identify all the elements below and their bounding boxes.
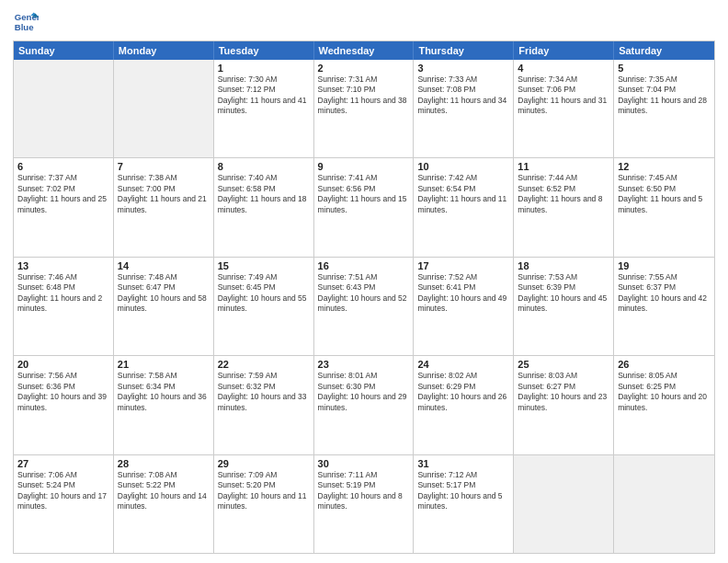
cal-cell: 19Sunrise: 7:55 AM Sunset: 6:37 PM Dayli… — [614, 258, 714, 355]
cell-info: Sunrise: 7:06 AM Sunset: 5:24 PM Dayligh… — [17, 470, 109, 512]
page: General Blue SundayMondayTuesdayWednesda… — [0, 0, 728, 563]
logo-icon: General Blue — [13, 9, 39, 35]
week-row-2: 6Sunrise: 7:37 AM Sunset: 7:02 PM Daylig… — [14, 157, 714, 256]
day-number: 14 — [118, 260, 210, 271]
header-cell-sunday: Sunday — [14, 41, 114, 60]
cell-info: Sunrise: 7:52 AM Sunset: 6:41 PM Dayligh… — [417, 272, 509, 315]
cal-cell: 30Sunrise: 7:11 AM Sunset: 5:19 PM Dayli… — [314, 455, 415, 553]
day-number: 26 — [618, 359, 711, 370]
day-number: 21 — [118, 359, 210, 370]
cal-cell: 15Sunrise: 7:49 AM Sunset: 6:45 PM Dayli… — [214, 258, 314, 355]
day-number: 5 — [618, 63, 711, 74]
day-number: 4 — [518, 63, 609, 74]
day-number: 29 — [218, 458, 310, 469]
cell-info: Sunrise: 7:09 AM Sunset: 5:20 PM Dayligh… — [218, 470, 310, 512]
cal-cell: 27Sunrise: 7:06 AM Sunset: 5:24 PM Dayli… — [14, 455, 114, 553]
day-number: 27 — [17, 458, 109, 469]
cell-info: Sunrise: 7:53 AM Sunset: 6:39 PM Dayligh… — [518, 272, 609, 315]
cal-cell: 28Sunrise: 7:08 AM Sunset: 5:22 PM Dayli… — [114, 455, 214, 553]
cal-cell: 16Sunrise: 7:51 AM Sunset: 6:43 PM Dayli… — [314, 258, 415, 355]
cell-info: Sunrise: 8:02 AM Sunset: 6:29 PM Dayligh… — [417, 371, 509, 413]
day-number: 17 — [417, 260, 509, 271]
cal-cell: 11Sunrise: 7:44 AM Sunset: 6:52 PM Dayli… — [514, 158, 614, 256]
cal-cell: 3Sunrise: 7:33 AM Sunset: 7:08 PM Daylig… — [414, 60, 514, 157]
day-number: 28 — [118, 458, 210, 469]
day-number: 30 — [318, 458, 410, 469]
day-number: 13 — [17, 260, 109, 271]
cal-cell: 5Sunrise: 7:35 AM Sunset: 7:04 PM Daylig… — [614, 60, 714, 157]
cal-cell: 13Sunrise: 7:46 AM Sunset: 6:48 PM Dayli… — [14, 258, 114, 355]
day-number: 23 — [318, 359, 410, 370]
day-number: 31 — [417, 458, 509, 469]
cal-cell: 20Sunrise: 7:56 AM Sunset: 6:36 PM Dayli… — [14, 356, 114, 454]
cal-cell: 12Sunrise: 7:45 AM Sunset: 6:50 PM Dayli… — [614, 158, 714, 256]
svg-text:Blue: Blue — [15, 22, 34, 32]
cal-cell: 4Sunrise: 7:34 AM Sunset: 7:06 PM Daylig… — [514, 60, 614, 157]
cell-info: Sunrise: 7:56 AM Sunset: 6:36 PM Dayligh… — [17, 371, 109, 413]
day-number: 8 — [218, 161, 310, 172]
cal-cell: 2Sunrise: 7:31 AM Sunset: 7:10 PM Daylig… — [314, 60, 415, 157]
cell-info: Sunrise: 7:42 AM Sunset: 6:54 PM Dayligh… — [417, 173, 509, 215]
cell-info: Sunrise: 7:31 AM Sunset: 7:10 PM Dayligh… — [318, 75, 410, 117]
cal-cell: 22Sunrise: 7:59 AM Sunset: 6:32 PM Dayli… — [214, 356, 314, 454]
cell-info: Sunrise: 7:33 AM Sunset: 7:08 PM Dayligh… — [417, 75, 509, 117]
cell-info: Sunrise: 7:58 AM Sunset: 6:34 PM Dayligh… — [118, 371, 210, 413]
day-number: 2 — [318, 63, 410, 74]
cell-info: Sunrise: 8:05 AM Sunset: 6:25 PM Dayligh… — [618, 371, 711, 413]
cell-info: Sunrise: 7:51 AM Sunset: 6:43 PM Dayligh… — [318, 272, 410, 315]
cal-cell: 29Sunrise: 7:09 AM Sunset: 5:20 PM Dayli… — [214, 455, 314, 553]
cal-cell: 24Sunrise: 8:02 AM Sunset: 6:29 PM Dayli… — [414, 356, 514, 454]
cell-info: Sunrise: 7:41 AM Sunset: 6:56 PM Dayligh… — [318, 173, 410, 215]
day-number: 7 — [118, 161, 210, 172]
header-cell-friday: Friday — [514, 41, 614, 60]
cal-cell — [614, 455, 714, 553]
day-number: 1 — [218, 63, 310, 74]
cell-info: Sunrise: 7:11 AM Sunset: 5:19 PM Dayligh… — [318, 470, 410, 512]
cell-info: Sunrise: 7:59 AM Sunset: 6:32 PM Dayligh… — [218, 371, 310, 413]
day-number: 18 — [518, 260, 609, 271]
cell-info: Sunrise: 7:30 AM Sunset: 7:12 PM Dayligh… — [218, 75, 310, 117]
day-number: 19 — [618, 260, 711, 271]
cell-info: Sunrise: 7:37 AM Sunset: 7:02 PM Dayligh… — [17, 173, 109, 215]
cell-info: Sunrise: 7:48 AM Sunset: 6:47 PM Dayligh… — [118, 272, 210, 315]
day-number: 15 — [218, 260, 310, 271]
cell-info: Sunrise: 7:35 AM Sunset: 7:04 PM Dayligh… — [618, 75, 711, 117]
calendar-body: 1Sunrise: 7:30 AM Sunset: 7:12 PM Daylig… — [14, 60, 714, 553]
day-number: 10 — [417, 161, 509, 172]
header-cell-saturday: Saturday — [614, 41, 714, 60]
cell-info: Sunrise: 7:44 AM Sunset: 6:52 PM Dayligh… — [518, 173, 609, 215]
cal-cell: 8Sunrise: 7:40 AM Sunset: 6:58 PM Daylig… — [214, 158, 314, 256]
cell-info: Sunrise: 8:03 AM Sunset: 6:27 PM Dayligh… — [518, 371, 609, 413]
calendar: SundayMondayTuesdayWednesdayThursdayFrid… — [13, 40, 715, 554]
week-row-4: 20Sunrise: 7:56 AM Sunset: 6:36 PM Dayli… — [14, 355, 714, 454]
cal-cell: 9Sunrise: 7:41 AM Sunset: 6:56 PM Daylig… — [314, 158, 415, 256]
cal-cell: 18Sunrise: 7:53 AM Sunset: 6:39 PM Dayli… — [514, 258, 614, 355]
cal-cell: 6Sunrise: 7:37 AM Sunset: 7:02 PM Daylig… — [14, 158, 114, 256]
header-cell-thursday: Thursday — [414, 41, 514, 60]
day-number: 3 — [417, 63, 509, 74]
logo: General Blue — [13, 9, 40, 35]
cell-info: Sunrise: 7:40 AM Sunset: 6:58 PM Dayligh… — [218, 173, 310, 215]
header: General Blue — [13, 9, 715, 35]
cal-cell: 21Sunrise: 7:58 AM Sunset: 6:34 PM Dayli… — [114, 356, 214, 454]
cell-info: Sunrise: 7:46 AM Sunset: 6:48 PM Dayligh… — [17, 272, 109, 315]
cal-cell: 26Sunrise: 8:05 AM Sunset: 6:25 PM Dayli… — [614, 356, 714, 454]
day-number: 6 — [17, 161, 109, 172]
day-number: 22 — [218, 359, 310, 370]
cal-cell: 1Sunrise: 7:30 AM Sunset: 7:12 PM Daylig… — [214, 60, 314, 157]
cal-cell — [514, 455, 614, 553]
week-row-1: 1Sunrise: 7:30 AM Sunset: 7:12 PM Daylig… — [14, 60, 714, 157]
cal-cell — [114, 60, 214, 157]
cell-info: Sunrise: 7:08 AM Sunset: 5:22 PM Dayligh… — [118, 470, 210, 512]
cal-cell: 14Sunrise: 7:48 AM Sunset: 6:47 PM Dayli… — [114, 258, 214, 355]
cal-cell: 25Sunrise: 8:03 AM Sunset: 6:27 PM Dayli… — [514, 356, 614, 454]
cell-info: Sunrise: 7:12 AM Sunset: 5:17 PM Dayligh… — [417, 470, 509, 512]
day-number: 9 — [318, 161, 410, 172]
header-cell-wednesday: Wednesday — [314, 41, 415, 60]
cal-cell — [14, 60, 114, 157]
week-row-3: 13Sunrise: 7:46 AM Sunset: 6:48 PM Dayli… — [14, 257, 714, 355]
header-cell-tuesday: Tuesday — [214, 41, 314, 60]
cal-cell: 7Sunrise: 7:38 AM Sunset: 7:00 PM Daylig… — [114, 158, 214, 256]
cell-info: Sunrise: 7:49 AM Sunset: 6:45 PM Dayligh… — [218, 272, 310, 315]
cell-info: Sunrise: 8:01 AM Sunset: 6:30 PM Dayligh… — [318, 371, 410, 413]
